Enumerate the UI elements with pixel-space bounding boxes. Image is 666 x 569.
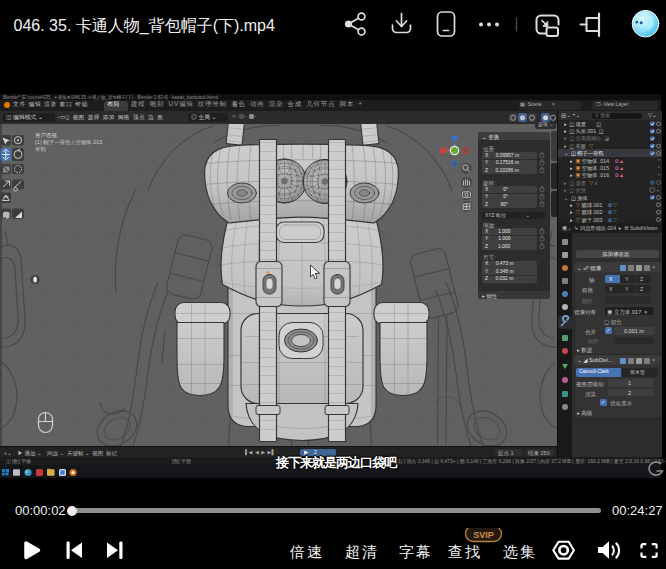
svg-text:SVIP: SVIP	[473, 530, 494, 540]
